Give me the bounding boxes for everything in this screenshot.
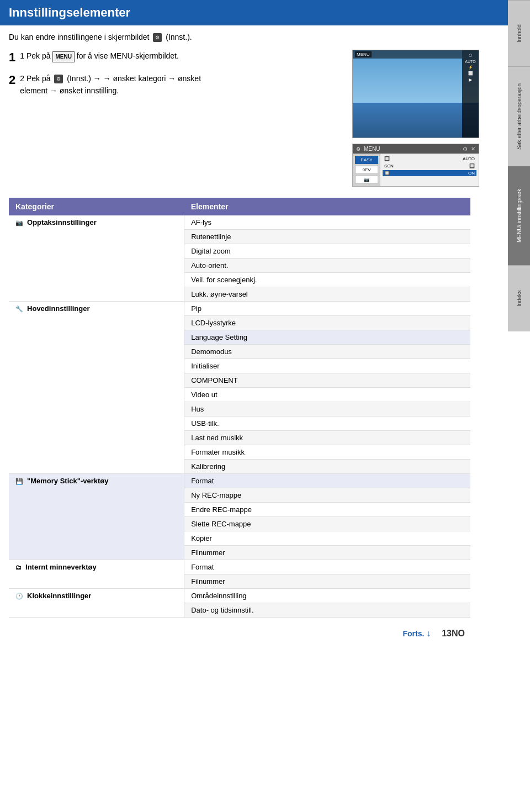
arrow1: → [93, 74, 103, 83]
menu-icon-box: MENU [52, 51, 74, 62]
menu-item-easy[interactable]: EASY [355, 156, 378, 164]
category-icon: 🗂 [15, 564, 23, 571]
category-cell: 📷 Opptaksinnstillinger [9, 215, 184, 302]
menu-row-1: 🔲 AUTO [383, 156, 476, 162]
element-cell: AF-lys [184, 215, 470, 230]
element-cell: Kopier [184, 531, 470, 546]
col-header-element: Elementer [184, 198, 470, 215]
element-cell: Video ut [184, 388, 470, 402]
page-wrapper: Innstillingselementer Innhold Søk etter … [0, 0, 530, 812]
tab-sok[interactable]: Søk etter arbeidsoperasjon [508, 66, 530, 166]
camera-top-bar: MENU [353, 50, 462, 59]
category-icon: 🕐 [15, 593, 25, 599]
side-tabs: Innhold Søk etter arbeidsoperasjon MENU/… [508, 0, 530, 812]
cam-smiley: ☺ [468, 52, 473, 58]
menu-row-selected: 🔲 ON [383, 170, 476, 176]
camera-sidebar: ☺ AUTO ⚡ ⬜ ▶ [462, 50, 479, 138]
menu-screen-body: EASY 0EV 📷 🔲 AUTO SCN 🔲 [353, 154, 479, 186]
menu-screen-header: ⚙ MENU ⚙ ✕ [353, 144, 479, 154]
water-area [353, 103, 479, 138]
col-header-kategori: Kategorier [9, 198, 184, 215]
arrow-down-icon: ↓ [426, 629, 431, 638]
element-cell: Slette REC-mappe [184, 517, 470, 531]
step1-text: 1 Pek på MENU for å vise MENU-skjermbild… [20, 50, 341, 62]
table-row: 🕐 KlokkeinnstillingerOmrådeinnstilling [9, 589, 470, 603]
intro-line1: Du kan endre innstillingene i skjermbild… [9, 31, 496, 43]
element-cell: Områdeinnstilling [184, 589, 470, 603]
cam-play: ▶ [469, 77, 472, 82]
element-cell: Initialiser [184, 359, 470, 373]
menu-screen: ⚙ MENU ⚙ ✕ EASY 0EV 📷 🔲 [352, 144, 479, 187]
cam-flash-off: ⚡ [468, 65, 473, 70]
element-cell: Formater musikk [184, 445, 470, 460]
footer-area: Forts. ↓ 13NO [9, 629, 470, 650]
element-cell: Language Setting [184, 330, 470, 345]
table-header-row: Kategorier Elementer [9, 198, 470, 215]
table-body: 📷 OpptaksinnstillingerAF-lysRutenettlinj… [9, 215, 470, 618]
element-cell: Veil. for scenegjenkj. [184, 273, 470, 287]
gear-icon-header[interactable]: ⚙ [463, 146, 468, 152]
element-cell: Lukk. øyne-varsel [184, 287, 470, 302]
category-cell: 🔧 Hovedinnstillinger [9, 302, 184, 474]
cam-mode: ⬜ [468, 71, 473, 76]
close-icon-header[interactable]: ✕ [471, 146, 475, 152]
element-cell: Ny REC-mappe [184, 488, 470, 503]
menu-label-cam: MENU [355, 51, 372, 57]
elements-table-section: Kategorier Elementer 📷 Opptaksinnstillin… [9, 198, 470, 618]
element-cell: COMPONENT [184, 373, 470, 388]
category-icon: 🔧 [15, 305, 25, 312]
page-number: 13NO [442, 629, 465, 639]
table-row: 🗂 Internt minneverktøyFormat [9, 560, 470, 574]
cam-auto: AUTO [465, 60, 475, 64]
forts-label[interactable]: Forts. ↓ [402, 629, 431, 639]
element-cell: Filnummer [184, 546, 470, 560]
main-content: Du kan endre innstillingene i skjermbild… [0, 31, 505, 650]
element-cell: LCD-lysstyrke [184, 316, 470, 330]
menu-row-2: SCN 🔲 [383, 163, 476, 169]
category-cell: 🕐 Klokkeinnstillinger [9, 589, 184, 618]
camera-screenshots: MENU ☺ AUTO ⚡ ⬜ ▶ ⚙ MENU ⚙ [352, 50, 496, 187]
category-icon: 💾 [15, 478, 25, 484]
menu-left-panel: EASY 0EV 📷 [353, 154, 380, 186]
element-cell: Pip [184, 302, 470, 316]
step2-number: 2 [9, 72, 15, 88]
element-cell: Kalibrering [184, 460, 470, 474]
element-cell: Digital zoom [184, 244, 470, 259]
category-cell: 💾 "Memory Stick"-verktøy [9, 474, 184, 560]
settings-icon: ⚙ [153, 33, 162, 42]
step2-section: 2 2 Pek på ⚙ (Innst.) → → ønsket kategor… [9, 72, 341, 103]
element-cell: Endre REC-mappe [184, 503, 470, 517]
element-cell: USB-tilk. [184, 416, 470, 431]
menu-icon-header: ⚙ [356, 146, 361, 152]
table-row: 📷 OpptaksinnstillingerAF-lys [9, 215, 470, 230]
table-row: 🔧 HovedinnstillingerPip [9, 302, 470, 316]
tab-menu[interactable]: MENU/ innstillingssøk [508, 166, 530, 265]
menu-item-ev[interactable]: 0EV [355, 166, 378, 174]
step2-text: 2 Pek på ⚙ (Innst.) → → ønsket kategori … [20, 72, 341, 97]
camera-screen-1: MENU ☺ AUTO ⚡ ⬜ ▶ [352, 50, 479, 138]
settings-icon2: ⚙ [54, 75, 63, 83]
element-cell: Dato- og tidsinnstill. [184, 603, 470, 618]
category-name: Klokkeinnstillinger [27, 592, 91, 600]
table-row: 💾 "Memory Stick"-verktøyFormat [9, 474, 470, 488]
category-name: Internt minneverktøy [25, 563, 97, 571]
element-cell: Auto-orient. [184, 259, 470, 273]
category-name: "Memory Stick"-verktøy [27, 477, 108, 485]
category-name: Hovedinnstillinger [27, 304, 89, 313]
step1-section: 1 1 Pek på MENU for å vise MENU-skjermbi… [9, 50, 341, 67]
menu-right-panel: 🔲 AUTO SCN 🔲 🔲 ON [380, 154, 479, 186]
tab-indeks[interactable]: Indeks [508, 265, 530, 331]
element-cell: Demomodus [184, 345, 470, 359]
element-cell: Format [184, 560, 470, 574]
elements-table: Kategorier Elementer 📷 Opptaksinnstillin… [9, 198, 470, 618]
tab-innhold[interactable]: Innhold [508, 0, 530, 66]
page-title: Innstillingselementer [9, 6, 130, 19]
element-cell: Format [184, 474, 470, 488]
element-cell: Rutenettlinje [184, 230, 470, 244]
category-cell: 🗂 Internt minneverktøy [9, 560, 184, 589]
element-cell: Hus [184, 402, 470, 416]
element-cell: Last ned musikk [184, 431, 470, 445]
category-icon: 📷 [15, 219, 25, 226]
step1-number: 1 [9, 50, 15, 66]
menu-item-cam-icon[interactable]: 📷 [355, 176, 378, 184]
